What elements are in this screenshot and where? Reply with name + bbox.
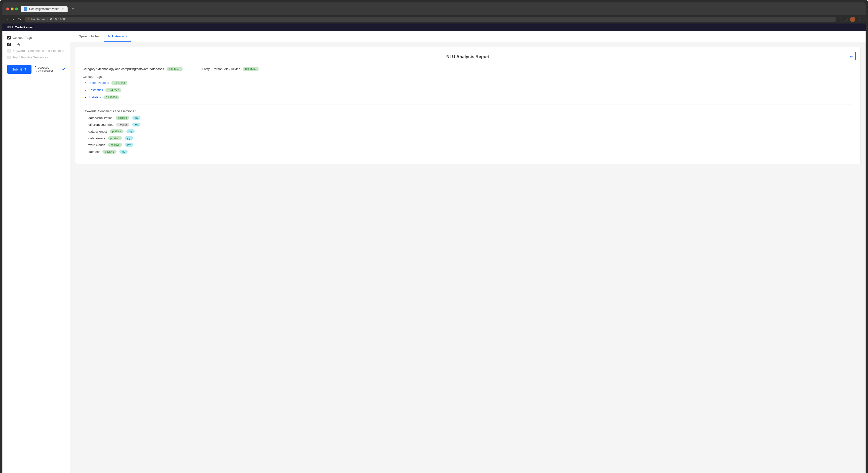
keyword-text-3: data visuals	[88, 137, 105, 140]
keyword-emotion-5: joy	[119, 150, 128, 154]
tab-nlu-analysis[interactable]: NLU Analysis	[104, 31, 130, 42]
address-input-bar[interactable]: ⚠ Not Secure | 0.0.0.0:8080	[25, 17, 836, 22]
app-body: Concept Tags Entity Keywords, Sentiments…	[2, 31, 866, 473]
concept-name-2: Statistics	[88, 95, 101, 99]
entity-label: Entity :	[202, 67, 212, 71]
submit-label: Submit	[12, 68, 22, 71]
print-icon: 🖨	[849, 54, 853, 58]
maximize-button[interactable]	[15, 7, 18, 10]
main-content: Speech To Text NLU Analysis NLU Analysis…	[70, 31, 866, 473]
list-item: Aesthetics 0.848227	[88, 88, 853, 92]
entity-label: Entity	[12, 42, 21, 46]
checkbox-keywords[interactable]: Keywords, Sentiments and Emotions	[7, 49, 65, 53]
keyword-text-5: data set	[88, 150, 99, 154]
keyword-emotion-3: joy	[125, 136, 133, 140]
concept-score-0: 0.923343	[112, 81, 127, 85]
concept-tags-section: Concept Tags : United Nations 0.923343 A…	[83, 75, 853, 99]
keyword-text-1: different countries	[88, 123, 113, 126]
report-container: NLU Analysis Report 🖨 Category : /techno…	[70, 42, 866, 187]
extensions-icon[interactable]: ⊞	[844, 17, 848, 22]
checkbox-entity[interactable]: Entity	[7, 42, 65, 46]
tab-title: Get Insights from Video	[29, 7, 59, 11]
category-section: Category : /technology and computing/sof…	[83, 67, 183, 71]
keyword-sentiment-0: positive	[116, 116, 129, 120]
ibm-label: IBM	[7, 25, 13, 29]
app-container: IBM Code Pattern Concept Tags Entity	[2, 24, 866, 473]
keyword-emotion-2: joy	[126, 129, 135, 133]
security-label: Not Secure	[31, 18, 44, 21]
keyword-sentiment-1: neutral	[116, 123, 129, 126]
concept-tags-checkbox[interactable]	[7, 36, 11, 39]
concept-name-0: United Nations	[88, 81, 109, 85]
success-text: Processed Successfully!	[34, 66, 61, 73]
category-label: Category :	[83, 67, 97, 71]
browser-tab-active[interactable]: Get Insights from Video ×	[21, 6, 68, 12]
forward-button[interactable]: ›	[12, 17, 15, 22]
concept-score-1: 0.848227	[105, 88, 121, 92]
keyword-emotion-1: joy	[132, 123, 141, 126]
tab-close-button[interactable]: ×	[61, 7, 65, 11]
list-item: different countries neutral joy	[88, 123, 853, 126]
list-item: word clouds positive joy	[88, 143, 853, 147]
keywords-checkbox	[7, 49, 11, 53]
checkbox-top5[interactable]: Top 5 Positive Sentences	[7, 56, 65, 59]
print-button[interactable]: 🖨	[847, 52, 856, 60]
keywords-header: Keywords, Sentiments and Emotions :	[83, 109, 853, 113]
tab-speech-to-text[interactable]: Speech To Text	[75, 31, 104, 42]
keyword-list: data visualization positive joy differen…	[83, 116, 853, 154]
report-card: NLU Analysis Report 🖨 Category : /techno…	[75, 47, 861, 164]
tab-bar: Get Insights from Video × +	[21, 5, 862, 12]
refresh-button[interactable]: ↻	[17, 17, 22, 22]
list-item: data visualization positive joy	[88, 116, 853, 120]
top5-checkbox	[7, 56, 11, 59]
keywords-section: Keywords, Sentiments and Emotions : data…	[83, 109, 853, 154]
keyword-text-2: data scientist	[88, 130, 107, 133]
checkbox-concept-tags[interactable]: Concept Tags	[7, 36, 65, 39]
tab-favicon	[24, 7, 27, 11]
concept-name-1: Aesthetics	[88, 88, 103, 92]
close-button[interactable]	[6, 7, 9, 10]
concept-list: United Nations 0.923343 Aesthetics 0.848…	[83, 81, 853, 99]
top5-label: Top 5 Positive Sentences	[12, 56, 48, 59]
entity-value: Person, Alex Ackles	[213, 67, 240, 71]
keyword-text-0: data visualization	[88, 116, 113, 120]
keyword-sentiment-4: positive	[108, 143, 122, 147]
list-item: data set positive joy	[88, 150, 853, 154]
new-tab-button[interactable]: +	[69, 5, 76, 12]
concept-tags-header: Concept Tags :	[83, 75, 853, 79]
tabs-bar: Speech To Text NLU Analysis	[70, 31, 866, 42]
profile-icon	[850, 17, 856, 22]
keywords-label: Keywords, Sentiments and Emotions	[12, 49, 64, 53]
app-header: IBM Code Pattern	[2, 24, 866, 31]
address-text: 0.0.0.0:8080	[51, 18, 67, 21]
menu-icon[interactable]: ⋮	[858, 17, 862, 22]
keyword-sentiment-5: positive	[102, 150, 116, 154]
report-title: NLU Analysis Report	[83, 54, 853, 59]
keyword-emotion-0: joy	[132, 116, 141, 120]
concept-score-2: 0.697638	[103, 95, 119, 99]
concept-tags-label: Concept Tags	[12, 36, 32, 39]
submit-button[interactable]: Submit ⬆	[7, 65, 31, 73]
traffic-lights	[6, 7, 18, 10]
entity-checkbox[interactable]	[7, 42, 11, 46]
minimize-button[interactable]	[11, 7, 13, 10]
list-item: data visuals positive joy	[88, 136, 853, 140]
list-item: Statistics 0.697638	[88, 95, 853, 99]
app-title: Code Pattern	[15, 25, 34, 29]
success-message: Processed Successfully! ✔	[34, 66, 65, 73]
report-category-entity-row: Category : /technology and computing/sof…	[83, 67, 853, 71]
back-button[interactable]: ‹	[6, 17, 9, 22]
bookmark-icon[interactable]: ☆	[839, 17, 842, 22]
category-score-badge: 0.666946	[166, 67, 183, 71]
entity-section: Entity : Person, Alex Ackles 0.953262	[202, 67, 259, 71]
upload-icon: ⬆	[24, 67, 27, 71]
address-bar: ‹ › ↻ ⚠ Not Secure | 0.0.0.0:8080 ☆ ⊞ ⋮	[2, 15, 866, 24]
keyword-sentiment-2: positive	[110, 129, 124, 133]
keyword-emotion-4: joy	[125, 143, 133, 147]
submit-area: Submit ⬆ Processed Successfully! ✔	[7, 65, 65, 73]
checkbox-group: Concept Tags Entity Keywords, Sentiments…	[7, 36, 65, 59]
category-value: /technology and computing/software/datab…	[98, 67, 164, 71]
success-checkmark-icon: ✔	[62, 67, 65, 72]
list-item: data scientist positive joy	[88, 129, 853, 133]
toolbar-icons: ☆ ⊞ ⋮	[839, 17, 862, 22]
